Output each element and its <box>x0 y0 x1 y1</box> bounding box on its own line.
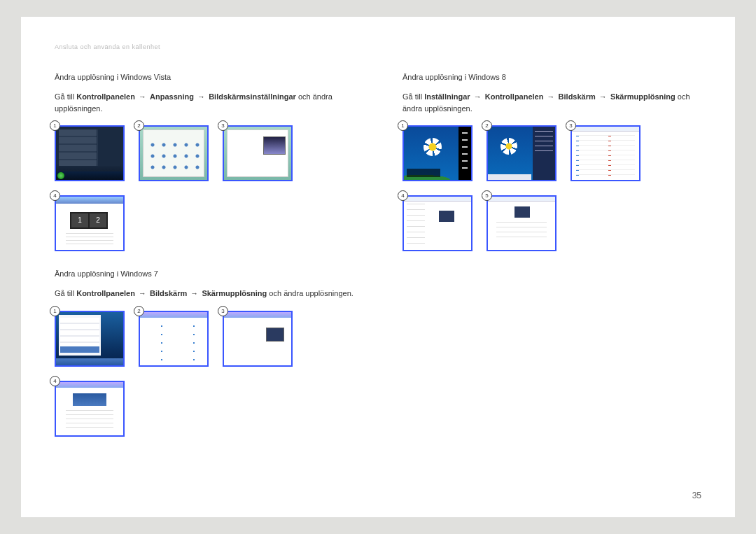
step-badge: 1 <box>50 120 60 131</box>
step-badge: 1 <box>50 306 60 316</box>
thumb-wrap: 2 <box>139 311 209 367</box>
path-step: Kontrollpanelen <box>76 289 135 297</box>
instr-prefix: Gå till <box>55 289 76 297</box>
thumb-wrap: 4 <box>55 381 125 437</box>
thumb-wrap: 5 <box>486 195 556 251</box>
monitor-1-label: 1 <box>71 213 88 227</box>
win7-title: Ändra upplösning i Windows 7 <box>55 269 354 278</box>
left-column: Ändra upplösning i Windows Vista Gå till… <box>55 73 354 455</box>
right-column: Ändra upplösning i Windows 8 Gå till Ins… <box>402 73 701 455</box>
win7-instruction: Gå till Kontrollpanelen → Bildskärm → Sk… <box>55 288 354 300</box>
step-badge: 4 <box>50 190 60 201</box>
step-badge: 4 <box>50 376 60 386</box>
win8-instruction: Gå till Inställningar → Kontrollpanelen … <box>402 91 701 114</box>
step-badge: 2 <box>134 306 144 316</box>
screenshot-win7-control-panel <box>139 311 209 367</box>
step-badge: 3 <box>218 120 228 131</box>
path-step: Skärmupplösning <box>202 289 267 297</box>
path-step: Skärmupplösning <box>610 92 676 101</box>
arrow-icon: → <box>137 288 148 300</box>
screenshot-win7-resolution <box>55 381 125 437</box>
win8-thumbnails: 1 2 3 4 <box>402 125 701 251</box>
screenshot-vista-start-menu <box>55 125 125 181</box>
arrow-icon: → <box>196 91 206 103</box>
screenshot-vista-display-settings: 12 <box>55 195 125 251</box>
monitor-2-label: 2 <box>90 213 106 227</box>
screenshot-vista-personalization <box>223 125 293 181</box>
step-badge: 3 <box>566 120 576 131</box>
step-badge: 4 <box>398 190 408 201</box>
thumb-wrap: 1 <box>55 311 125 367</box>
path-step: Anpassning <box>150 92 194 101</box>
path-step: Bildskärmsinställningar <box>209 92 296 101</box>
path-step: Kontrollpanelen <box>485 92 544 101</box>
step-badge: 1 <box>398 120 408 131</box>
path-step: Inställningar <box>424 92 470 101</box>
path-step: Bildskärm <box>559 92 596 101</box>
instr-prefix: Gå till <box>55 92 76 101</box>
screenshot-win8-control-panel <box>570 125 640 181</box>
screenshot-vista-control-panel <box>139 125 209 181</box>
thumb-wrap: 4 <box>402 195 472 251</box>
page-header: Ansluta och använda en källenhet <box>55 43 701 50</box>
screenshot-win8-settings <box>486 125 556 181</box>
thumb-wrap: 1 <box>55 125 125 181</box>
arrow-icon: → <box>137 91 148 103</box>
screenshot-win8-charms <box>402 125 472 181</box>
win8-title: Ändra upplösning i Windows 8 <box>402 73 701 81</box>
screenshot-win8-resolution <box>486 195 556 251</box>
arrow-icon: → <box>472 91 483 103</box>
thumb-wrap: 3 <box>570 125 640 181</box>
thumb-wrap: 2 <box>486 125 556 181</box>
thumb-wrap: 3 <box>223 311 293 367</box>
path-step: Bildskärm <box>150 289 187 297</box>
step-badge: 5 <box>482 190 492 201</box>
instr-suffix: och ändra upplösningen. <box>267 289 354 297</box>
thumb-wrap: 4 12 <box>55 195 125 251</box>
vista-thumbnails: 1 2 3 4 12 <box>55 125 354 251</box>
vista-title: Ändra upplösning i Windows Vista <box>55 73 354 81</box>
document-page: Ansluta och använda en källenhet Ändra u… <box>21 17 735 517</box>
path-step: Kontrollpanelen <box>76 92 135 101</box>
page-number: 35 <box>692 491 701 500</box>
win7-thumbnails: 1 2 3 4 <box>55 311 354 437</box>
step-badge: 2 <box>482 120 492 131</box>
step-badge: 2 <box>134 120 144 131</box>
arrow-icon: → <box>546 91 556 103</box>
vista-instruction: Gå till Kontrollpanelen → Anpassning → B… <box>55 91 354 114</box>
two-column-layout: Ändra upplösning i Windows Vista Gå till… <box>55 73 701 455</box>
thumb-wrap: 1 <box>402 125 472 181</box>
thumb-wrap: 2 <box>139 125 209 181</box>
step-badge: 3 <box>218 306 228 316</box>
instr-prefix: Gå till <box>402 92 424 101</box>
screenshot-win8-display <box>402 195 472 251</box>
screenshot-win7-start-menu <box>55 311 125 367</box>
screenshot-win7-display <box>223 311 293 367</box>
arrow-icon: → <box>598 91 608 103</box>
thumb-wrap: 3 <box>223 125 293 181</box>
arrow-icon: → <box>189 288 200 300</box>
